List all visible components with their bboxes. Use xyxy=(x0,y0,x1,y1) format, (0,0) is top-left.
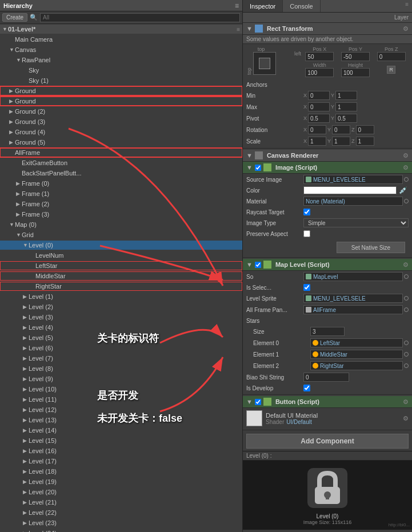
tree-level1[interactable]: ▶Level (1) xyxy=(0,291,242,302)
tree-level7[interactable]: ▶Level (7) xyxy=(0,353,242,363)
tree-frame3[interactable]: ▶ Frame (3) xyxy=(0,209,242,219)
tree-frame2[interactable]: ▶ Frame (2) xyxy=(0,199,242,209)
is-develop-checkbox[interactable] xyxy=(303,385,310,391)
tree-leftstar[interactable]: LeftStar xyxy=(0,261,242,271)
add-component-btn[interactable]: Add Component xyxy=(246,434,409,449)
all-frame-value[interactable]: AllFrame xyxy=(303,305,403,314)
max-y-input[interactable] xyxy=(335,102,357,111)
tree-rightstar[interactable]: RightStar xyxy=(0,281,242,291)
tree-level8[interactable]: ▶Level (8) xyxy=(0,363,242,374)
tree-ground3[interactable]: ▶ Ground (3) xyxy=(0,117,242,127)
source-image-value[interactable]: MENU_LEVELSELE xyxy=(303,175,403,184)
image-type-select[interactable]: Simple Sliced Tiled Filled xyxy=(303,218,409,227)
rot-x-input[interactable] xyxy=(308,125,326,134)
tree-level17[interactable]: ▶Level (17) xyxy=(0,456,242,466)
eyedropper-btn[interactable]: 💉 xyxy=(398,186,409,194)
tree-frame1[interactable]: ▶ Frame (1) xyxy=(0,189,242,199)
element1-value[interactable]: MiddleStar xyxy=(310,350,403,359)
panel-options-icon[interactable]: ≡ xyxy=(235,2,239,10)
element0-value[interactable]: LeftStar xyxy=(310,338,403,347)
tree-levelnum[interactable]: LevelNum xyxy=(0,250,242,261)
all-frame-target-btn[interactable] xyxy=(404,307,409,312)
element2-value[interactable]: RightStar xyxy=(310,361,403,370)
r-button[interactable]: R xyxy=(387,66,395,74)
canvas-renderer-settings-btn[interactable]: ⚙ xyxy=(403,152,409,159)
level-sprite-target-btn[interactable] xyxy=(404,296,409,301)
height-input[interactable] xyxy=(341,68,370,77)
ui-material-settings-btn[interactable]: ⚙ xyxy=(403,415,409,422)
biao-shi-input[interactable] xyxy=(303,373,349,382)
search-input[interactable] xyxy=(40,13,240,22)
tree-ground5[interactable]: ▶ Ground (5) xyxy=(0,137,242,147)
so-value[interactable]: MapLevel xyxy=(303,272,403,281)
tree-level6[interactable]: ▶Level (6) xyxy=(0,343,242,353)
map-level-fold-icon[interactable]: ▼ xyxy=(246,261,253,268)
pos-z-input[interactable] xyxy=(377,52,406,61)
pivot-y-input[interactable] xyxy=(335,114,357,123)
tree-exitgame[interactable]: ExitGameButton xyxy=(0,158,242,168)
hierarchy-scroll-area[interactable]: ▼ 01-Level* ≡ Main Camera ▼ Canvas xyxy=(0,24,242,532)
material-target-btn[interactable] xyxy=(404,199,409,203)
tree-level9[interactable]: ▶Level (9) xyxy=(0,374,242,384)
tree-level22[interactable]: ▶Level (22) xyxy=(0,507,242,518)
tree-level5[interactable]: ▶Level (5) xyxy=(0,333,242,343)
image-script-fold-icon[interactable]: ▼ xyxy=(246,164,253,171)
tree-sky1[interactable]: Sky (1) xyxy=(0,75,242,86)
tree-level12[interactable]: ▶Level (12) xyxy=(0,405,242,415)
tree-level0[interactable]: ▼ Level (0) xyxy=(0,240,242,250)
tree-middlestar[interactable]: MiddleStar xyxy=(0,271,242,281)
button-script-fold-icon[interactable]: ▼ xyxy=(246,398,253,405)
tree-sky[interactable]: Sky xyxy=(0,65,242,75)
level-sprite-value[interactable]: MENU_LEVELSELE xyxy=(303,294,403,303)
scale-y-input[interactable] xyxy=(332,137,350,146)
tree-ground2[interactable]: ▶ Ground (2) xyxy=(0,106,242,117)
scene-root[interactable]: ▼ 01-Level* ≡ xyxy=(0,24,242,34)
tree-ground4[interactable]: ▶ Ground (4) xyxy=(0,127,242,137)
tree-level18[interactable]: ▶Level (18) xyxy=(0,466,242,477)
min-x-input[interactable] xyxy=(308,91,330,100)
map-level-settings-btn[interactable]: ⚙ xyxy=(403,261,409,269)
button-script-settings-btn[interactable]: ⚙ xyxy=(403,398,409,406)
preserve-aspect-checkbox[interactable] xyxy=(303,230,310,237)
so-target-btn[interactable] xyxy=(404,274,409,279)
tree-backstartpanel[interactable]: BackStartPanelButt... xyxy=(0,168,242,178)
color-swatch[interactable] xyxy=(303,186,397,194)
pos-y-input[interactable] xyxy=(341,52,370,61)
tree-level3[interactable]: ▶Level (3) xyxy=(0,312,242,322)
anchor-diagram[interactable] xyxy=(253,52,276,75)
source-image-target-btn[interactable] xyxy=(404,177,409,182)
create-button[interactable]: Create xyxy=(2,13,27,22)
material-value[interactable]: None (Material) xyxy=(303,197,403,206)
raycast-checkbox[interactable] xyxy=(303,209,310,215)
tree-level2[interactable]: ▶Level (2) xyxy=(0,302,242,312)
tree-grid[interactable]: ▼ Grid xyxy=(0,230,242,240)
tree-canvas[interactable]: ▼ Canvas xyxy=(0,45,242,55)
pos-x-input[interactable] xyxy=(305,52,334,61)
tree-level19[interactable]: ▶Level (19) xyxy=(0,477,242,487)
tree-level11[interactable]: ▶Level (11) xyxy=(0,394,242,405)
tree-allframe[interactable]: AllFrame xyxy=(0,147,242,158)
tree-ground[interactable]: ▶ Ground xyxy=(0,86,242,96)
map-level-enable-checkbox[interactable] xyxy=(255,262,261,268)
rot-y-input[interactable] xyxy=(332,125,350,134)
tree-ground-dup[interactable]: ▶ Ground xyxy=(0,96,242,106)
tree-level21[interactable]: ▶Level (21) xyxy=(0,497,242,507)
tab-console[interactable]: Console xyxy=(283,0,320,12)
tree-frame0[interactable]: ▶ Frame (0) xyxy=(0,178,242,189)
tree-level15[interactable]: ▶Level (15) xyxy=(0,435,242,446)
tree-level20[interactable]: ▶Level (20) xyxy=(0,487,242,497)
scale-x-input[interactable] xyxy=(308,137,326,146)
tab-inspector[interactable]: Inspector xyxy=(243,0,283,12)
tree-level13[interactable]: ▶Level (13) xyxy=(0,415,242,425)
image-script-enable-checkbox[interactable] xyxy=(255,165,261,171)
image-script-settings-btn[interactable]: ⚙ xyxy=(403,164,409,171)
tree-level10[interactable]: ▶Level (10) xyxy=(0,384,242,394)
min-y-input[interactable] xyxy=(335,91,357,100)
is-select-checkbox[interactable] xyxy=(303,284,310,291)
tree-level4[interactable]: ▶Level (4) xyxy=(0,322,242,333)
rect-transform-settings-btn[interactable]: ⚙ xyxy=(403,25,409,33)
element1-target-btn[interactable] xyxy=(404,352,409,357)
tree-level24[interactable]: ▶Level (24) xyxy=(0,528,242,532)
tree-main-camera[interactable]: Main Camera xyxy=(0,34,242,45)
pivot-x-input[interactable] xyxy=(308,114,330,123)
